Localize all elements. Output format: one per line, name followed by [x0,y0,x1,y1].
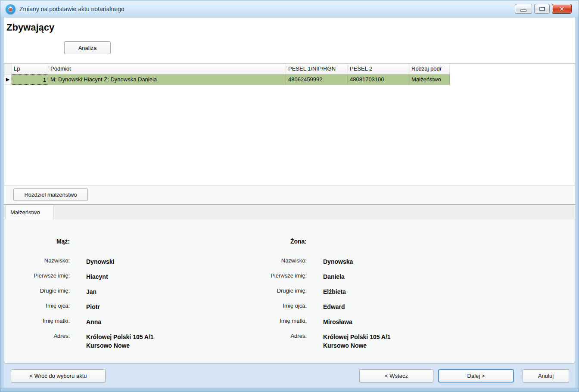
back-to-act-button[interactable]: < Wróć do wyboru aktu [11,369,106,383]
field-label: Drugie imię: [14,287,70,296]
field-label: Nazwisko: [14,257,70,266]
husband-section: Mąż: Nazwisko: Dynowski Pierwsze imię: H… [14,238,251,363]
field-label: Pierwsze imię: [14,272,70,281]
field-row: Imię ojca: Piotr [14,302,251,311]
field-row: Drugie imię: Jan [14,287,251,296]
column-header-rodzaj[interactable]: Rodzaj podr [409,64,450,74]
field-label: Drugie imię: [251,287,307,296]
cell-rodzaj: Małżeństwo [409,74,450,85]
marriage-details-panel: Mąż: Nazwisko: Dynowski Pierwsze imię: H… [4,219,575,364]
cell-pesel2: 48081703100 [348,74,409,85]
field-label: Adres: [251,333,307,350]
field-label: Imię ojca: [14,302,70,311]
analyze-button[interactable]: Analiza [64,41,111,54]
address-line-1: Królowej Polski 105 A/1 [86,333,154,341]
red-dot-icon [9,8,12,11]
table-row[interactable]: ▶ 1 M: Dynowski Hiacynt Ż: Dynowska Dani… [4,74,575,85]
footer-bar: < Wróć do wyboru aktu < Wstecz Dalej > A… [4,364,575,388]
field-label: Adres: [14,333,70,350]
maximize-button[interactable] [534,4,550,14]
window-title: Zmiany na podstawie aktu notarialnego [19,6,125,12]
field-value: Elżbieta [323,287,346,296]
row-selector-cell[interactable]: ▶ [4,74,12,85]
table-header-row: Lp Podmiot PESEL 1/NIP/RGN PESEL 2 Rodza… [4,64,575,74]
field-row-address: Adres: Królowej Polski 105 A/1 Kursowo N… [251,333,488,350]
cell-filler [450,74,575,85]
field-row: Pierwsze imię: Daniela [251,272,488,281]
field-row: Drugie imię: Elżbieta [251,287,488,296]
tab-strip: Małżeństwo [4,204,575,219]
page-title: Zbywający [6,22,54,33]
field-value-address: Królowej Polski 105 A/1 Kursowo Nowe [86,333,154,350]
field-value: Dynowski [86,257,114,266]
column-header-pesel1[interactable]: PESEL 1/NIP/RGN [286,64,348,74]
window-controls: ✕ [515,4,572,14]
column-header-lp[interactable]: Lp [12,64,48,74]
field-value: Edward [323,302,345,311]
minimize-icon [520,9,526,12]
app-icon [6,4,16,14]
minimize-button[interactable] [515,4,532,14]
address-line-2: Kursowo Nowe [323,341,391,350]
field-row: Nazwisko: Dynowska [251,257,488,266]
field-row: Imię ojca: Edward [251,302,488,311]
close-icon: ✕ [559,6,564,12]
close-button[interactable]: ✕ [552,4,572,14]
address-line-1: Królowej Polski 105 A/1 [323,333,391,341]
field-row: Nazwisko: Dynowski [14,257,251,266]
field-value: Mirosława [323,318,352,326]
column-header-podmiot[interactable]: Podmiot [48,64,286,74]
field-row: Imię matki: Mirosława [251,318,488,326]
husband-header: Mąż: [14,238,70,245]
field-value: Piotr [86,302,100,311]
subjects-table: Lp Podmiot PESEL 1/NIP/RGN PESEL 2 Rodza… [4,63,575,185]
cell-lp: 1 [12,74,48,85]
field-value-address: Królowej Polski 105 A/1 Kursowo Nowe [323,333,391,350]
field-row-address: Adres: Królowej Polski 105 A/1 Kursowo N… [14,333,251,350]
cancel-button[interactable]: Anuluj [523,369,569,383]
window-bottom-border [0,388,579,392]
field-label: Imię ojca: [251,302,307,311]
maximize-icon [539,7,545,11]
wife-section: Żona: Nazwisko: Dynowska Pierwsze imię: … [251,238,488,363]
back-button[interactable]: < Wstecz [359,369,433,383]
field-value: Jan [86,287,96,296]
actions-strip: Rozdziel małżeństwo [4,185,575,204]
window-body: Zbywający Analiza Lp Podmiot PESEL 1/NIP… [0,18,579,388]
field-label: Nazwisko: [251,257,307,266]
husband-header-row: Mąż: [14,238,251,245]
field-value: Hiacynt [86,272,108,281]
row-selector-header [4,64,12,74]
tab-marriage[interactable]: Małżeństwo [6,205,54,219]
field-value: Dynowska [323,257,353,266]
field-row: Imię matki: Anna [14,318,251,326]
split-marriage-button[interactable]: Rozdziel małżeństwo [13,188,88,201]
field-value: Anna [86,318,101,326]
cell-pesel1: 48062459992 [286,74,348,85]
field-label: Imię matki: [251,318,307,326]
column-header-pesel2[interactable]: PESEL 2 [348,64,409,74]
header-panel: Zbywający Analiza [4,18,575,63]
titlebar[interactable]: Zmiany na podstawie aktu notarialnego ✕ [0,0,579,18]
column-header-filler [450,64,575,74]
current-row-marker-icon: ▶ [6,77,9,82]
app-window: Zmiany na podstawie aktu notarialnego ✕ … [0,0,579,392]
wife-header-row: Żona: [251,238,488,245]
field-row: Pierwsze imię: Hiacynt [14,272,251,281]
next-button[interactable]: Dalej > [438,369,514,383]
field-value: Daniela [323,272,345,281]
wife-header: Żona: [251,238,307,245]
field-label: Imię matki: [14,318,70,326]
address-line-2: Kursowo Nowe [86,341,154,350]
field-label: Pierwsze imię: [251,272,307,281]
cell-podmiot: M: Dynowski Hiacynt Ż: Dynowska Daniela [48,74,286,85]
